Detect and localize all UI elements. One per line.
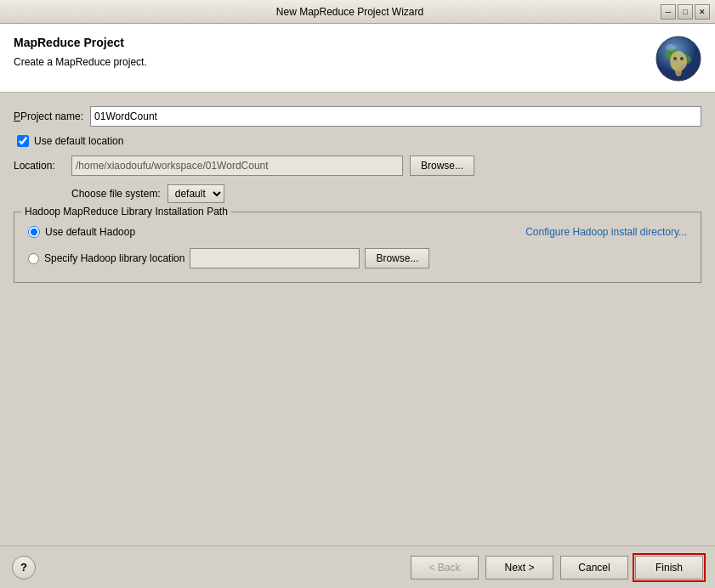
use-default-location-label[interactable]: Use default location bbox=[34, 135, 123, 147]
use-default-hadoop-radio[interactable] bbox=[28, 226, 40, 238]
filesystem-select[interactable]: default bbox=[167, 184, 224, 203]
header-text: MapReduce Project Create a MapReduce pro… bbox=[14, 36, 647, 68]
location-row: Location: Browse... bbox=[14, 155, 701, 176]
finish-button[interactable]: Finish bbox=[635, 556, 703, 580]
location-input[interactable] bbox=[71, 155, 403, 176]
location-browse-button[interactable]: Browse... bbox=[410, 155, 474, 176]
dialog-body: MapReduce Project Create a MapReduce pro… bbox=[0, 24, 715, 588]
button-bar: ? < Back Next > Cancel Finish bbox=[0, 546, 715, 588]
close-button[interactable]: ✕ bbox=[695, 4, 710, 20]
use-default-hadoop-radio-row: Use default Hadoop bbox=[28, 226, 135, 238]
choose-filesystem-label: Choose file system: bbox=[71, 188, 161, 200]
help-button[interactable]: ? bbox=[12, 556, 36, 580]
header-subtitle: Create a MapReduce project. bbox=[14, 56, 647, 68]
group-content: Use default Hadoop Configure Hadoop inst… bbox=[28, 226, 687, 269]
specify-browse-button[interactable]: Browse... bbox=[365, 248, 429, 269]
svg-point-7 bbox=[673, 57, 677, 60]
project-name-input[interactable] bbox=[90, 106, 701, 127]
project-name-label: PProject name: bbox=[14, 110, 83, 122]
group-box-legend: Hadoop MapReduce Library Installation Pa… bbox=[21, 206, 231, 218]
navigation-buttons: < Back Next > Cancel Finish bbox=[411, 556, 703, 580]
specify-library-input[interactable] bbox=[190, 248, 360, 269]
minimize-button[interactable]: ─ bbox=[661, 4, 676, 20]
configure-hadoop-link[interactable]: Configure Hadoop install directory... bbox=[525, 226, 687, 238]
window-controls: ─ □ ✕ bbox=[661, 4, 710, 20]
specify-library-row: Specify Hadoop library location Browse..… bbox=[28, 248, 687, 269]
cancel-button[interactable]: Cancel bbox=[560, 556, 628, 580]
use-default-hadoop-row: Use default Hadoop Configure Hadoop inst… bbox=[28, 226, 687, 238]
content-area: PProject name: Use default location Loca… bbox=[0, 93, 715, 546]
use-default-location-row: Use default location bbox=[14, 135, 701, 147]
next-button[interactable]: Next > bbox=[485, 556, 553, 580]
location-label: Location: bbox=[14, 160, 65, 172]
title-bar: New MapReduce Project Wizard ─ □ ✕ bbox=[0, 0, 715, 24]
use-default-hadoop-label[interactable]: Use default Hadoop bbox=[45, 226, 135, 238]
specify-hadoop-library-radio[interactable] bbox=[28, 253, 39, 264]
svg-point-4 bbox=[666, 44, 676, 51]
hadoop-group-box: Hadoop MapReduce Library Installation Pa… bbox=[14, 212, 701, 283]
specify-hadoop-library-label[interactable]: Specify Hadoop library location bbox=[44, 252, 184, 264]
header-section: MapReduce Project Create a MapReduce pro… bbox=[0, 24, 715, 93]
svg-point-6 bbox=[675, 66, 682, 76]
svg-point-8 bbox=[680, 57, 684, 60]
back-button[interactable]: < Back bbox=[411, 556, 479, 580]
project-name-row: PProject name: bbox=[14, 106, 701, 127]
use-default-location-checkbox[interactable] bbox=[17, 135, 29, 147]
dialog-title: New MapReduce Project Wizard bbox=[39, 6, 661, 18]
header-title: MapReduce Project bbox=[14, 36, 647, 49]
restore-button[interactable]: □ bbox=[678, 4, 693, 20]
filesystem-row: Choose file system: default bbox=[14, 184, 701, 203]
wizard-icon bbox=[655, 36, 701, 82]
